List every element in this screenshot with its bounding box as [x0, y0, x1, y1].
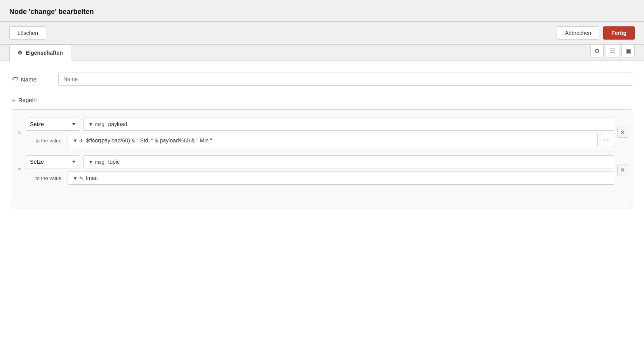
title-bar: Node 'change' bearbeiten	[0, 0, 644, 22]
drag-handle-2[interactable]: ≡	[16, 166, 23, 173]
rule-target-field-1[interactable]: ▼ msg.	[83, 118, 614, 131]
tab-eigenschaften-label: Eigenschaften	[26, 50, 63, 56]
regeln-label: Regeln	[18, 97, 37, 103]
close-icon-1: ✕	[620, 129, 625, 135]
cancel-button[interactable]: Abbrechen	[557, 26, 599, 40]
settings-icon-button[interactable]: ⚙	[590, 44, 604, 57]
rule-value-field-2[interactable]: ▼ az	[68, 172, 614, 185]
rule-target-field-2[interactable]: ▼ msg.	[83, 155, 614, 168]
tag-icon: 🏷	[12, 76, 18, 83]
dots-icon-1: ···	[603, 137, 611, 145]
target-value-input-1[interactable]	[108, 121, 609, 127]
tab-icon-buttons: ⚙ ☰ ▣	[590, 44, 635, 57]
rule-action-row-2: Setze Ändere Lösche Verschiebe ▼ msg.	[26, 155, 614, 168]
main-content: 🏷 Name ≡ Regeln ≡ Setze Ändere	[0, 61, 644, 350]
target-type-text-2: msg.	[95, 159, 106, 165]
rule-action-row-1: Setze Ändere Lösche Verschiebe ▼ msg.	[26, 118, 614, 131]
regeln-header: ≡ Regeln	[12, 97, 632, 103]
name-row: 🏷 Name	[12, 73, 632, 86]
arrow-icon-1: ▼	[88, 121, 93, 127]
drag-handle-1[interactable]: ≡	[16, 129, 23, 136]
description-icon-button[interactable]: ☰	[606, 44, 619, 57]
target-type-badge-1[interactable]: ▼ msg.	[88, 121, 106, 127]
rule-fields-1: Setze Ändere Lösche Verschiebe ▼ msg.	[26, 118, 614, 147]
name-input[interactable]	[58, 73, 632, 86]
value-type-icon-1: J:	[79, 138, 84, 144]
description-icon: ☰	[610, 47, 615, 55]
target-type-badge-2[interactable]: ▼ msg.	[88, 159, 106, 165]
layout-icon: ▣	[625, 47, 631, 55]
delete-rule-button-1[interactable]: ✕	[617, 127, 628, 138]
value-type-icon-2: az	[79, 175, 84, 181]
arrow-icon-2: ▼	[88, 159, 93, 165]
value-type-badge-2[interactable]: ▼ az	[73, 175, 84, 181]
name-label-text: Name	[21, 76, 37, 83]
toolbar-right: Abbrechen Fertig	[557, 26, 635, 40]
tabs-container: ⚙ Eigenschaften ⚙ ☰ ▣	[0, 45, 644, 61]
delete-rule-button-2[interactable]: ✕	[617, 165, 628, 175]
page-title: Node 'change' bearbeiten	[9, 8, 635, 16]
settings-icon: ⚙	[594, 47, 600, 55]
value-arrow-icon-2: ▼	[73, 175, 78, 181]
table-row: ≡ Setze Ändere Lösche Verschiebe ▼	[16, 151, 628, 189]
rule-action-select-1[interactable]: Setze Ändere Lösche Verschiebe	[26, 118, 80, 131]
done-button[interactable]: Fertig	[603, 26, 635, 40]
name-label: 🏷 Name	[12, 76, 58, 83]
value-input-2[interactable]	[86, 175, 609, 181]
target-type-text-1: msg.	[95, 121, 106, 127]
rule-action-select-2[interactable]: Setze Ändere Lösche Verschiebe	[26, 155, 80, 168]
rule-value-row-2: to the value ▼ az	[26, 172, 614, 185]
close-icon-2: ✕	[620, 167, 625, 173]
value-arrow-icon-1: ▼	[73, 138, 78, 144]
rules-bottom-space	[16, 189, 628, 204]
more-button-1[interactable]: ···	[601, 134, 614, 147]
layout-icon-button[interactable]: ▣	[621, 44, 635, 57]
target-value-input-2[interactable]	[108, 159, 609, 165]
toolbar: Löschen Abbrechen Fertig	[0, 22, 644, 45]
delete-button[interactable]: Löschen	[9, 26, 46, 40]
value-label-2: to the value	[26, 175, 64, 181]
value-type-badge-1[interactable]: ▼ J:	[73, 138, 84, 144]
toolbar-left: Löschen	[9, 26, 46, 40]
regeln-icon: ≡	[12, 97, 15, 103]
value-label-1: to the value	[26, 138, 64, 144]
panel: Node 'change' bearbeiten Löschen Abbrech…	[0, 0, 644, 350]
rule-value-row-1: to the value ▼ J: ···	[26, 134, 614, 147]
rule-fields-2: Setze Ändere Lösche Verschiebe ▼ msg.	[26, 155, 614, 185]
table-row: ≡ Setze Ändere Lösche Verschiebe ▼	[16, 114, 628, 151]
gear-icon: ⚙	[17, 50, 23, 56]
rule-value-field-1[interactable]: ▼ J:	[68, 134, 598, 147]
value-input-1[interactable]	[86, 137, 593, 144]
rules-container: ≡ Setze Ändere Lösche Verschiebe ▼	[12, 109, 632, 208]
tab-eigenschaften[interactable]: ⚙ Eigenschaften	[9, 45, 71, 61]
